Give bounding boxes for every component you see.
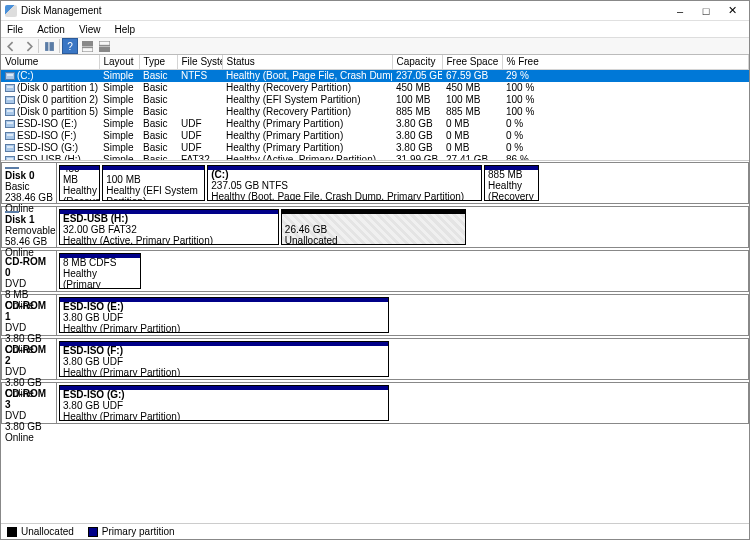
disk-info[interactable]: Disk 1Removable58.46 GBOnline	[2, 207, 57, 247]
table-row[interactable]: (Disk 0 partition 2)SimpleBasicHealthy (…	[1, 94, 749, 106]
partition-unallocated[interactable]: 26.46 GBUnallocated	[281, 209, 466, 245]
minimize-button[interactable]: –	[667, 2, 693, 20]
disk-info[interactable]: Disk 0Basic238.46 GBOnline	[2, 163, 57, 203]
disk-type: DVD	[5, 410, 53, 421]
disk-info[interactable]: CD-ROM 2DVD3.80 GBOnline	[2, 339, 57, 379]
col-capacity[interactable]: Capacity	[392, 55, 442, 69]
cell-status: Healthy (Primary Partition)	[222, 142, 392, 154]
volume-icon	[5, 72, 15, 80]
cell-capacity: 450 MB	[392, 82, 442, 94]
menu-help[interactable]: Help	[112, 24, 137, 35]
cell-filesystem	[177, 106, 222, 118]
partition-label: (C:)	[211, 169, 478, 180]
cell-filesystem: UDF	[177, 130, 222, 142]
menu-view[interactable]: View	[77, 24, 103, 35]
cell-status: Healthy (EFI System Partition)	[222, 94, 392, 106]
menu-file[interactable]: File	[5, 24, 25, 35]
cell-capacity: 100 MB	[392, 94, 442, 106]
col-volume[interactable]: Volume	[1, 55, 99, 69]
disk-info[interactable]: CD-ROM 1DVD3.80 GBOnline	[2, 295, 57, 335]
disk-info[interactable]: CD-ROM 0DVD8 MBOnline	[2, 251, 57, 291]
disk-info[interactable]: CD-ROM 3DVD3.80 GBOnline	[2, 383, 57, 423]
table-row[interactable]: ESD-ISO (E:)SimpleBasicUDFHealthy (Prima…	[1, 118, 749, 130]
partition-label	[285, 213, 462, 224]
partition[interactable]: ESD-ISO (G:)3.80 GB UDFHealthy (Primary …	[59, 385, 389, 421]
cell-freespace: 0 MB	[442, 118, 502, 130]
table-row[interactable]: (Disk 0 partition 5)SimpleBasicHealthy (…	[1, 106, 749, 118]
partition[interactable]: SEAGATE (D:)8 MB CDFSHealthy (Primary Pa…	[59, 253, 141, 289]
disk-type: DVD	[5, 322, 53, 333]
table-row[interactable]: (Disk 0 partition 1)SimpleBasicHealthy (…	[1, 82, 749, 94]
cell-volume: (Disk 0 partition 5)	[1, 106, 99, 118]
partition-status: Healthy (Primary Partition)	[63, 268, 137, 290]
disk-type: Removable	[5, 225, 53, 236]
disk-title: CD-ROM 1	[5, 300, 53, 322]
volume-icon	[5, 156, 15, 161]
col-freespace[interactable]: Free Space	[442, 55, 502, 69]
col-pctfree[interactable]: % Free	[502, 55, 749, 69]
view-bottom-button[interactable]	[96, 38, 112, 54]
cell-type: Basic	[139, 69, 177, 82]
cell-status: Healthy (Primary Partition)	[222, 130, 392, 142]
close-button[interactable]: ✕	[719, 2, 745, 20]
legend: Unallocated Primary partition	[1, 523, 749, 539]
help-button[interactable]: ?	[62, 38, 78, 54]
cell-filesystem: FAT32	[177, 154, 222, 162]
volume-table: Volume Layout Type File System Status Ca…	[1, 55, 749, 161]
partition-status: Healthy (Recovery Partition)	[63, 185, 96, 201]
table-row[interactable]: (C:)SimpleBasicNTFSHealthy (Boot, Page F…	[1, 69, 749, 82]
partition-header	[60, 342, 388, 346]
disk-map-pane[interactable]: Disk 0Basic238.46 GBOnline 450 MBHealthy…	[1, 161, 749, 523]
partition[interactable]: 450 MBHealthy (Recovery Partition)	[59, 165, 100, 201]
cell-type: Basic	[139, 142, 177, 154]
partition[interactable]: ESD-ISO (F:)3.80 GB UDFHealthy (Primary …	[59, 341, 389, 377]
svg-rect-4	[99, 41, 110, 45]
table-row[interactable]: ESD-ISO (F:)SimpleBasicUDFHealthy (Prima…	[1, 130, 749, 142]
svg-rect-1	[49, 42, 53, 51]
cell-status: Healthy (Boot, Page File, Crash Dump, Pr…	[222, 69, 392, 82]
partition[interactable]: 100 MBHealthy (EFI System Partition)	[102, 165, 205, 201]
cell-volume: (Disk 0 partition 1)	[1, 82, 99, 94]
cell-freespace: 27.41 GB	[442, 154, 502, 162]
cell-volume: (Disk 0 partition 2)	[1, 94, 99, 106]
cell-pctfree: 86 %	[502, 154, 749, 162]
svg-rect-3	[82, 47, 93, 51]
table-row[interactable]: ESD-ISO (G:)SimpleBasicUDFHealthy (Prima…	[1, 142, 749, 154]
partition-size: 32.00 GB FAT32	[63, 224, 275, 235]
partition-label: ESD-ISO (E:)	[63, 301, 385, 312]
partition[interactable]: ESD-ISO (E:)3.80 GB UDFHealthy (Primary …	[59, 297, 389, 333]
partition[interactable]: (C:)237.05 GB NTFSHealthy (Boot, Page Fi…	[207, 165, 482, 201]
cell-type: Basic	[139, 94, 177, 106]
partition-header	[103, 166, 204, 170]
partition-size: 100 MB	[106, 174, 201, 185]
col-status[interactable]: Status	[222, 55, 392, 69]
volume-list-pane[interactable]: Volume Layout Type File System Status Ca…	[1, 55, 749, 161]
cell-type: Basic	[139, 106, 177, 118]
disk-group: Disk 0Basic238.46 GBOnline 450 MBHealthy…	[1, 162, 749, 204]
view-top-button[interactable]	[79, 38, 95, 54]
partition-status: Healthy (Active, Primary Partition)	[63, 235, 275, 246]
forward-button[interactable]	[20, 38, 36, 54]
disk-partitions: ESD-ISO (E:)3.80 GB UDFHealthy (Primary …	[57, 295, 748, 335]
hdd-icon	[5, 211, 19, 213]
legend-primary: Primary partition	[88, 526, 175, 537]
col-filesystem[interactable]: File System	[177, 55, 222, 69]
volume-name: ESD-ISO (F:)	[17, 130, 76, 141]
partition-size: 885 MB	[488, 169, 535, 180]
partition[interactable]: 885 MBHealthy (Recovery Partition)	[484, 165, 539, 201]
cell-type: Basic	[139, 118, 177, 130]
partition-header	[60, 386, 388, 390]
cell-pctfree: 0 %	[502, 118, 749, 130]
table-row[interactable]: ESD-USB (H:)SimpleBasicFAT32Healthy (Act…	[1, 154, 749, 162]
back-button[interactable]	[3, 38, 19, 54]
refresh-button[interactable]	[41, 38, 57, 54]
maximize-button[interactable]: □	[693, 2, 719, 20]
partition-header	[208, 166, 481, 170]
menu-action[interactable]: Action	[35, 24, 67, 35]
disk-partitions: ESD-USB (H:)32.00 GB FAT32Healthy (Activ…	[57, 207, 748, 247]
partition[interactable]: ESD-USB (H:)32.00 GB FAT32Healthy (Activ…	[59, 209, 279, 245]
col-type[interactable]: Type	[139, 55, 177, 69]
disk-group: CD-ROM 1DVD3.80 GBOnlineESD-ISO (E:)3.80…	[1, 294, 749, 336]
cell-layout: Simple	[99, 82, 139, 94]
col-layout[interactable]: Layout	[99, 55, 139, 69]
